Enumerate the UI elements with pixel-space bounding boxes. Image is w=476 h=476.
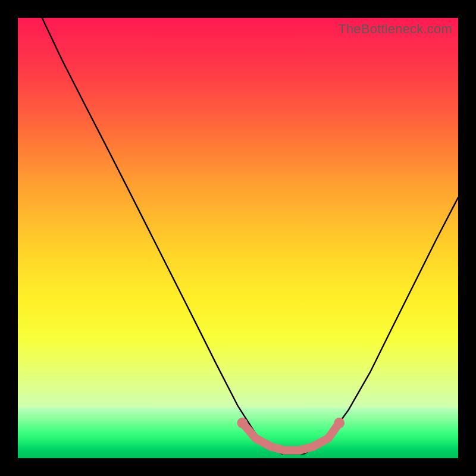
plot-area: TheBottleneck.com [18, 18, 458, 458]
highlight-endpoint [237, 418, 248, 428]
chart-svg [18, 18, 458, 458]
chart-frame: TheBottleneck.com [0, 0, 476, 476]
highlight-band [242, 423, 339, 450]
highlight-endpoint [334, 418, 345, 428]
highlight-dots [237, 418, 345, 428]
bottleneck-curve [42, 18, 458, 454]
